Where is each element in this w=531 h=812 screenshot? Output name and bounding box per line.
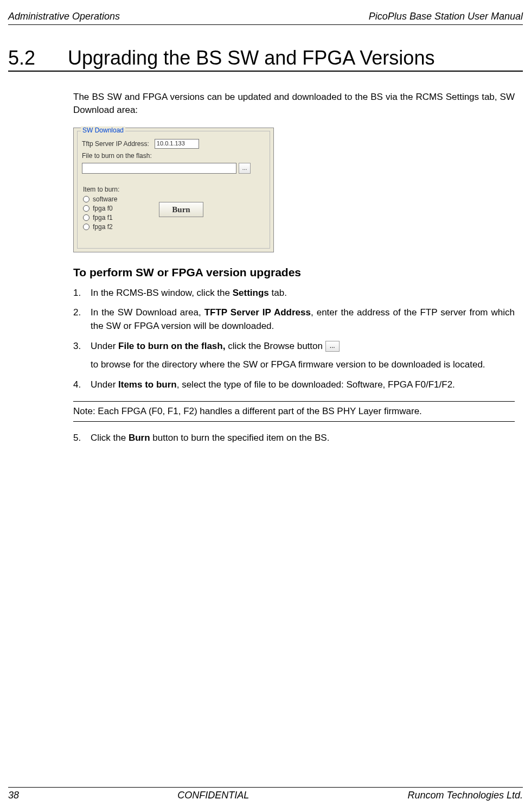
- step-number: 5.: [73, 432, 91, 445]
- radio-fpga-f0[interactable]: fpga f0: [83, 205, 125, 212]
- step-text: Click the: [91, 433, 129, 443]
- step-text: click the Browse button: [225, 341, 325, 351]
- step-4: 4. Under Items to burn, select the type …: [73, 378, 515, 392]
- step-1: 1. In the RCMS-BS window, click the Sett…: [73, 287, 515, 300]
- step-bold: File to burn on the flash,: [118, 341, 225, 351]
- item-burn-label: Item to burn:: [83, 186, 119, 193]
- step-text: Under: [91, 341, 118, 351]
- burn-button[interactable]: Burn: [159, 202, 203, 217]
- page-header: Administrative Operations PicoPlus Base …: [8, 11, 523, 25]
- footer-company: Runcom Technologies Ltd.: [408, 790, 523, 801]
- browse-button[interactable]: ...: [239, 163, 251, 174]
- step-2: 2. In the SW Download area, TFTP Server …: [73, 306, 515, 333]
- radio-label: fpga f2: [93, 223, 113, 231]
- section-number: 5.2: [8, 47, 35, 69]
- step-bold: Burn: [129, 433, 150, 443]
- header-left: Administrative Operations: [8, 11, 120, 22]
- radio-icon: [83, 224, 89, 230]
- radio-icon: [83, 214, 89, 221]
- file-burn-label: File to burn on the flash:: [82, 152, 152, 160]
- step-number: 1.: [73, 287, 91, 300]
- step-text: Under: [91, 379, 118, 390]
- step-subtext: to browse for the directory where the SW…: [91, 358, 515, 372]
- step-text: In the SW Download area,: [91, 307, 204, 318]
- page-footer: 38 CONFIDENTIAL Runcom Technologies Ltd.: [8, 787, 523, 801]
- sw-download-screenshot: SW Download Tftp Server IP Address: 10.0…: [73, 128, 274, 252]
- step-bold: Settings: [233, 288, 269, 298]
- step-number: 4.: [73, 378, 91, 392]
- step-text: tab.: [269, 288, 287, 298]
- sw-download-groupbox: SW Download Tftp Server IP Address: 10.0…: [77, 131, 270, 249]
- tftp-label: Tftp Server IP Address:: [82, 140, 149, 148]
- step-5: 5. Click the Burn button to burn the spe…: [73, 432, 515, 445]
- step-text: In the RCMS-BS window, click the: [91, 288, 233, 298]
- section-title: 5.2 Upgrading the BS SW and FPGA Version…: [8, 47, 523, 72]
- procedure-heading: To perform SW or FPGA version upgrades: [73, 266, 515, 279]
- step-number: 2.: [73, 306, 91, 333]
- radio-label: software: [93, 195, 117, 203]
- step-bold: TFTP Server IP Address: [204, 307, 311, 318]
- groupbox-label: SW Download: [81, 126, 125, 134]
- note-block: Note: Each FPGA (F0, F1, F2) handles a d…: [73, 401, 515, 422]
- tftp-ip-input[interactable]: 10.0.1.133: [155, 139, 199, 149]
- step-3: 3. Under File to burn on the flash, clic…: [73, 340, 515, 372]
- radio-icon: [83, 205, 89, 212]
- footer-confidential: CONFIDENTIAL: [177, 790, 249, 801]
- header-right: PicoPlus Base Station User Manual: [369, 11, 523, 22]
- step-bold: Items to burn: [118, 379, 177, 390]
- radio-icon: [83, 196, 89, 202]
- file-path-input[interactable]: [82, 163, 236, 174]
- step-number: 3.: [73, 340, 91, 372]
- inline-browse-icon: ...: [325, 341, 340, 352]
- step-text: , select the type of file to be download…: [177, 379, 455, 390]
- footer-page-number: 38: [8, 790, 19, 801]
- radio-label: fpga f1: [93, 214, 113, 221]
- intro-paragraph: The BS SW and FPGA versions can be updat…: [73, 91, 515, 117]
- step-text: button to burn the specified item on the…: [150, 433, 330, 443]
- section-heading: Upgrading the BS SW and FPGA Versions: [68, 47, 434, 69]
- radio-fpga-f1[interactable]: fpga f1: [83, 214, 125, 221]
- radio-software[interactable]: software: [83, 195, 125, 203]
- radio-label: fpga f0: [93, 205, 113, 212]
- radio-fpga-f2[interactable]: fpga f2: [83, 223, 125, 231]
